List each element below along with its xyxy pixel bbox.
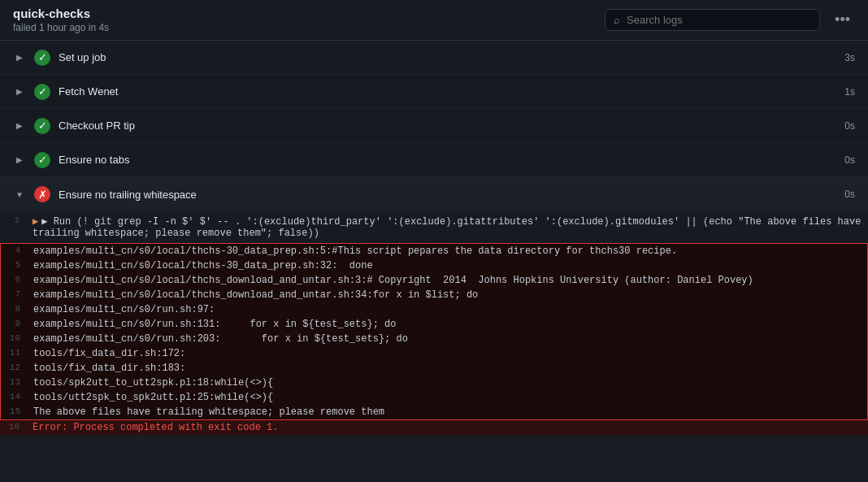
status-failed-icon: ✗ [34,186,50,202]
job-duration: 3s [844,52,855,63]
more-options-button[interactable]: ••• [830,8,855,32]
log-line: 4 examples/multi_cn/s0/local/thchs-30_da… [1,244,867,258]
log-line: 12 tools/fix_data_dir.sh:183: [1,361,867,376]
status-success-icon: ✓ [34,84,50,100]
log-line-number: 6 [1,274,33,284]
log-line-number: 15 [1,406,33,416]
log-line-content: tools/utt2spk_to_spk2utt.pl:25:while(<>)… [33,391,867,404]
status-success-icon: ✓ [34,50,50,66]
job-row[interactable]: ▶ ✓ Set up job 3s [0,41,868,75]
log-line: 8 examples/multi_cn/s0/run.sh:97: [1,302,867,317]
job-duration: 1s [844,86,855,98]
chevron-right-icon: ▶ [13,119,26,132]
log-line-content: examples/multi_cn/s0/local/thchs-30_data… [33,259,867,272]
log-line: 5 examples/multi_cn/s0/local/thchs-30_da… [1,258,867,273]
log-line: 13 tools/spk2utt_to_utt2spk.pl:18:while(… [1,376,867,390]
job-name: Set up job [59,51,836,63]
log-line-content: examples/multi_cn/s0/run.sh:131: for x i… [33,318,867,331]
log-line-content: tools/fix_data_dir.sh:183: [33,362,867,375]
job-row[interactable]: ▶ ✓ Checkout PR tip 0s [0,109,868,143]
log-line-content: examples/multi_cn/s0/run.sh:203: for x i… [33,332,867,345]
log-line-number: 7 [1,289,33,299]
log-line-number: 12 [1,362,33,372]
log-line-content: ▶▶ Run (! git grep -I -n $' $' -- . ':(e… [33,215,868,240]
page-title: quick-checks [13,7,109,20]
job-name: Fetch Wenet [59,85,836,98]
log-line: 7 examples/multi_cn/s0/local/thchs_downl… [1,288,867,302]
log-line-number: 10 [1,332,33,343]
log-line: 11 tools/fix_data_dir.sh:172: [1,346,867,361]
log-line-number: 8 [1,303,33,314]
search-box[interactable]: ⌕ [605,9,820,31]
log-line-number: 9 [1,318,33,328]
page-subtitle: failed 1 hour ago in 4s [13,22,109,33]
log-line-content: examples/multi_cn/s0/local/thchs_downloa… [33,274,867,287]
job-row[interactable]: ▶ ✓ Fetch Wenet 1s [0,75,868,109]
log-line: 14 tools/utt2spk_to_spk2utt.pl:25:while(… [1,390,867,405]
job-name: Ensure no tabs [59,154,836,166]
log-error-line: 16 Error: Process completed with exit co… [0,420,868,435]
log-line: 1 ▶▶ Run (! git grep -I -n $' $' -- . ':… [0,211,868,243]
log-line-number: 16 [0,421,33,432]
log-highlighted-block: 4 examples/multi_cn/s0/local/thchs-30_da… [0,243,868,420]
log-line-number: 5 [1,259,33,270]
log-line: 10 examples/multi_cn/s0/run.sh:203: for … [1,332,867,346]
chevron-right-icon: ▶ [13,85,26,98]
search-input[interactable] [627,14,811,26]
job-name: Ensure no trailing whitespace [59,189,836,201]
log-line: 6 examples/multi_cn/s0/local/thchs_downl… [1,273,867,288]
job-name: Checkout PR tip [59,119,836,132]
jobs-list: ▶ ✓ Set up job 3s ▶ ✓ Fetch Wenet 1s ▶ ✓… [0,41,868,211]
log-line-number: 1 [0,215,33,225]
log-section: 1 ▶▶ Run (! git grep -I -n $' $' -- . ':… [0,211,868,435]
job-row-expanded[interactable]: ▼ ✗ Ensure no trailing whitespace 0s [0,177,868,211]
log-line-content: Error: Process completed with exit code … [33,421,868,434]
log-line-content: examples/multi_cn/s0/local/thchs-30_data… [33,245,867,258]
chevron-right-icon: ▶ [13,51,26,64]
job-duration: 0s [844,189,855,200]
log-line-number: 13 [1,376,33,387]
log-line: 15 The above files have trailing whitesp… [1,405,867,419]
log-line-number: 4 [1,245,33,255]
chevron-down-icon: ▼ [13,188,26,201]
job-row[interactable]: ▶ ✓ Ensure no tabs 0s [0,143,868,177]
status-success-icon: ✓ [34,152,50,168]
job-duration: 0s [844,154,855,166]
header-left: quick-checks failed 1 hour ago in 4s [13,7,109,33]
log-line-content: tools/spk2utt_to_utt2spk.pl:18:while(<>)… [33,376,867,389]
header: quick-checks failed 1 hour ago in 4s ⌕ •… [0,0,868,41]
app-container: quick-checks failed 1 hour ago in 4s ⌕ •… [0,0,868,435]
job-duration: 0s [844,120,855,132]
log-line-content: tools/fix_data_dir.sh:172: [33,347,867,360]
log-line: 9 examples/multi_cn/s0/run.sh:131: for x… [1,317,867,332]
log-line-number: 14 [1,391,33,402]
log-line-content: The above files have trailing whitespace… [33,406,867,419]
status-success-icon: ✓ [34,118,50,134]
log-line-content: examples/multi_cn/s0/local/thchs_downloa… [33,289,867,302]
search-icon: ⌕ [614,14,620,26]
header-right: ⌕ ••• [605,8,855,32]
log-line-content: examples/multi_cn/s0/run.sh:97: [33,303,867,316]
log-line-number: 11 [1,347,33,358]
triangle-right-icon: ▶ [33,216,38,228]
highlighted-lines: 4 examples/multi_cn/s0/local/thchs-30_da… [1,244,867,419]
chevron-right-icon: ▶ [13,154,26,167]
